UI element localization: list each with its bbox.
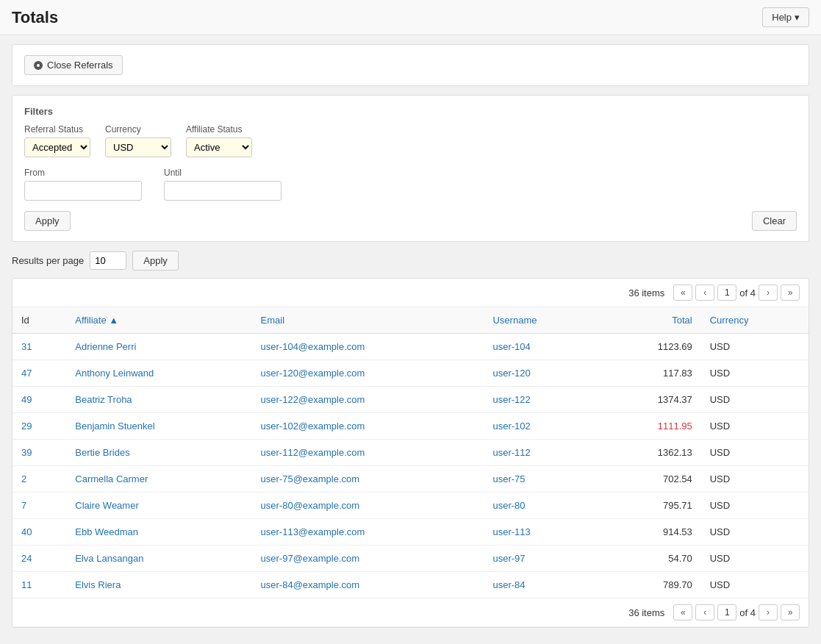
affiliate-status-group: Affiliate Status Active Inactive	[186, 124, 252, 157]
cell-email[interactable]: user-112@example.com	[252, 440, 484, 466]
cell-username[interactable]: user-112	[484, 440, 601, 466]
from-label: From	[24, 168, 142, 178]
page-of-bottom: of 4	[739, 607, 756, 618]
items-count-top: 36 items	[628, 287, 664, 298]
until-group: Until	[164, 168, 282, 201]
filters-panel: Filters Referral Status Accepted Pending…	[12, 95, 809, 242]
col-header-id: Id	[12, 307, 66, 334]
table-container: 36 items « ‹ 1 of 4 › » Id Affiliate ▲ E…	[12, 278, 809, 628]
cell-email[interactable]: user-84@example.com	[252, 572, 484, 598]
table-row: 40Ebb Weedmanuser-113@example.comuser-11…	[12, 519, 809, 545]
first-page-button-bottom[interactable]: «	[673, 604, 692, 620]
col-header-currency[interactable]: Currency	[701, 307, 809, 334]
from-group: From	[24, 168, 142, 201]
cell-affiliate[interactable]: Adrienne Perri	[66, 334, 251, 360]
filter-row: Referral Status Accepted Pending Rejecte…	[24, 124, 797, 157]
help-button[interactable]: Help ▾	[762, 7, 809, 27]
cell-currency: USD	[701, 545, 809, 572]
last-page-button-bottom[interactable]: »	[781, 604, 800, 620]
col-header-username[interactable]: Username	[484, 307, 601, 334]
cell-affiliate[interactable]: Anthony Leinwand	[66, 360, 251, 387]
sort-asc-icon: ▲	[109, 315, 118, 326]
col-header-total: Total	[601, 307, 700, 334]
table-row: 11Elvis Rierauser-84@example.comuser-847…	[12, 572, 809, 598]
filters-title: Filters	[24, 106, 797, 117]
next-page-button-top[interactable]: ›	[759, 285, 778, 301]
cell-affiliate[interactable]: Claire Weamer	[66, 493, 251, 519]
prev-page-button-bottom[interactable]: ‹	[695, 604, 714, 620]
cell-username[interactable]: user-104	[484, 334, 601, 360]
cell-total: 795.71	[601, 493, 700, 519]
cell-username[interactable]: user-97	[484, 545, 601, 572]
cell-total: 1374.37	[601, 387, 700, 413]
cell-email[interactable]: user-80@example.com	[252, 493, 484, 519]
cell-affiliate[interactable]: Beatriz Troha	[66, 387, 251, 413]
cell-email[interactable]: user-97@example.com	[252, 545, 484, 572]
cell-id: 11	[12, 572, 66, 598]
affiliate-status-select[interactable]: Active Inactive	[186, 137, 252, 157]
until-label: Until	[164, 168, 282, 178]
date-row: From Until	[24, 168, 797, 201]
cell-total: 1362.13	[601, 440, 700, 466]
cell-currency: USD	[701, 360, 809, 387]
cell-email[interactable]: user-122@example.com	[252, 387, 484, 413]
cell-id: 2	[12, 466, 66, 493]
cell-total: 1111.95	[601, 413, 700, 440]
per-page-input[interactable]	[90, 251, 126, 270]
cell-affiliate[interactable]: Bertie Brides	[66, 440, 251, 466]
from-input[interactable]	[24, 181, 142, 201]
col-header-email[interactable]: Email	[252, 307, 484, 334]
help-chevron-icon: ▾	[795, 12, 800, 23]
cell-username[interactable]: user-122	[484, 387, 601, 413]
col-header-affiliate[interactable]: Affiliate ▲	[66, 307, 251, 334]
first-page-button-top[interactable]: «	[673, 285, 692, 301]
cell-currency: USD	[701, 440, 809, 466]
cell-currency: USD	[701, 466, 809, 493]
currency-group: Currency USD EUR GBP	[105, 124, 171, 157]
cell-username[interactable]: user-84	[484, 572, 601, 598]
current-page-top[interactable]: 1	[717, 285, 736, 301]
table-row: 2Carmella Carmeruser-75@example.comuser-…	[12, 466, 809, 493]
cell-email[interactable]: user-104@example.com	[252, 334, 484, 360]
until-input[interactable]	[164, 181, 282, 201]
page-of-top: of 4	[739, 287, 756, 298]
cell-username[interactable]: user-102	[484, 413, 601, 440]
table-row: 7Claire Weameruser-80@example.comuser-80…	[12, 493, 809, 519]
cell-affiliate[interactable]: Elva Lansangan	[66, 545, 251, 572]
main-content: Close Referrals Filters Referral Status …	[0, 35, 821, 637]
cell-affiliate[interactable]: Elvis Riera	[66, 572, 251, 598]
cell-affiliate[interactable]: Ebb Weedman	[66, 519, 251, 545]
page-title: Totals	[12, 8, 58, 27]
filters-clear-button[interactable]: Clear	[752, 211, 797, 231]
cell-currency: USD	[701, 387, 809, 413]
cell-email[interactable]: user-75@example.com	[252, 466, 484, 493]
filters-apply-button[interactable]: Apply	[24, 211, 71, 231]
cell-affiliate[interactable]: Carmella Carmer	[66, 466, 251, 493]
cell-email[interactable]: user-113@example.com	[252, 519, 484, 545]
table-row: 24Elva Lansanganuser-97@example.comuser-…	[12, 545, 809, 572]
referral-status-select[interactable]: Accepted Pending Rejected	[24, 137, 90, 157]
cell-username[interactable]: user-120	[484, 360, 601, 387]
close-referrals-panel: Close Referrals	[12, 44, 809, 86]
close-referrals-button[interactable]: Close Referrals	[24, 55, 123, 75]
table-row: 29Benjamin Stuenkeluser-102@example.comu…	[12, 413, 809, 440]
currency-select[interactable]: USD EUR GBP	[105, 137, 171, 157]
cell-email[interactable]: user-120@example.com	[252, 360, 484, 387]
cell-username[interactable]: user-75	[484, 466, 601, 493]
prev-page-button-top[interactable]: ‹	[695, 285, 714, 301]
cell-username[interactable]: user-80	[484, 493, 601, 519]
pagination-top: 36 items « ‹ 1 of 4 › »	[12, 279, 809, 307]
cell-affiliate[interactable]: Benjamin Stuenkel	[66, 413, 251, 440]
cell-currency: USD	[701, 519, 809, 545]
current-page-bottom[interactable]: 1	[717, 604, 736, 620]
cell-username[interactable]: user-113	[484, 519, 601, 545]
cell-id: 31	[12, 334, 66, 360]
pagination-bottom: 36 items « ‹ 1 of 4 › »	[12, 598, 809, 627]
cell-total: 1123.69	[601, 334, 700, 360]
last-page-button-top[interactable]: »	[781, 285, 800, 301]
results-apply-button[interactable]: Apply	[132, 251, 179, 271]
cell-email[interactable]: user-102@example.com	[252, 413, 484, 440]
next-page-button-bottom[interactable]: ›	[759, 604, 778, 620]
table-body: 31Adrienne Perriuser-104@example.comuser…	[12, 334, 809, 598]
cell-currency: USD	[701, 572, 809, 598]
